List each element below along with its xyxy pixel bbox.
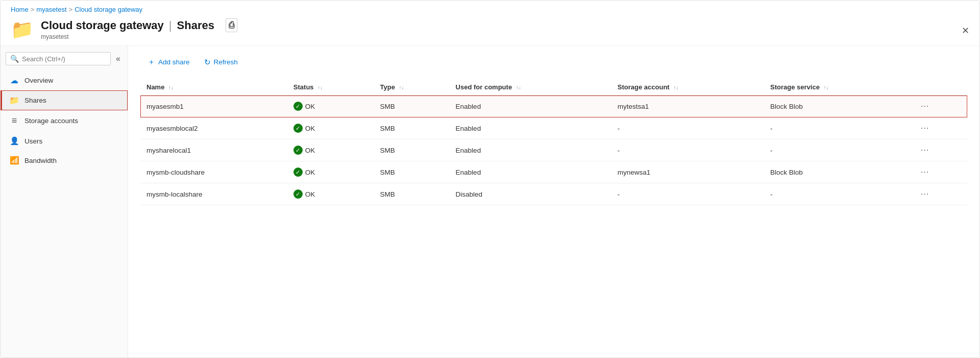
cell-type: SMB: [374, 96, 450, 117]
main-content: ＋ Add share ↻ Refresh Name ↑↓: [128, 46, 979, 357]
cell-storage-account: -: [611, 139, 764, 161]
cell-type: SMB: [374, 139, 450, 161]
header-divider: |: [169, 19, 172, 32]
cell-status: ✓ OK: [287, 161, 374, 183]
more-actions-button[interactable]: ···: [918, 188, 932, 200]
cell-used-for-compute: Enabled: [450, 139, 611, 161]
cell-storage-account: mynewsa1: [611, 161, 764, 183]
cell-storage-service: -: [764, 117, 912, 139]
col-storage-account[interactable]: Storage account ↑↓: [611, 79, 764, 96]
sidebar-item-shares[interactable]: 📁 Shares: [1, 90, 128, 110]
sort-arrows-name: ↑↓: [168, 85, 174, 90]
refresh-button[interactable]: ↻ Refresh: [197, 55, 245, 70]
sidebar-item-storage-accounts[interactable]: ≡ Storage accounts: [1, 110, 128, 131]
col-status[interactable]: Status ↑↓: [287, 79, 374, 96]
table-row[interactable]: myasesmb1 ✓ OK SMB Enabled mytestsa1 Blo…: [140, 96, 967, 117]
shares-icon: 📁: [9, 96, 19, 105]
sort-arrows-type: ↑↓: [399, 85, 404, 90]
cell-more-actions: ···: [912, 139, 967, 161]
header-section-text: Shares: [177, 19, 214, 32]
resource-icon: 📁: [11, 20, 34, 39]
body-layout: 🔍 « ☁ Overview 📁 Shares ≡ Storage accoun…: [1, 46, 979, 357]
sidebar-item-storage-accounts-label: Storage accounts: [24, 117, 78, 125]
cell-status: ✓ OK: [287, 139, 374, 161]
status-ok-icon: ✓: [293, 146, 303, 155]
users-icon: 👤: [9, 136, 19, 146]
sort-arrows-storage: ↑↓: [673, 85, 678, 90]
table-row[interactable]: myasesmblocal2 ✓ OK SMB Enabled - - ···: [140, 117, 967, 139]
status-text: OK: [305, 169, 315, 176]
table-header-row: Name ↑↓ Status ↑↓ Type ↑↓ Used for com: [140, 79, 967, 96]
sidebar-item-users[interactable]: 👤 Users: [1, 131, 128, 151]
bandwidth-icon: 📶: [9, 156, 19, 165]
col-storage-service[interactable]: Storage service ↑↓: [764, 79, 912, 96]
sidebar-item-overview-label: Overview: [24, 77, 53, 84]
status-ok-icon: ✓: [293, 102, 303, 111]
more-actions-button[interactable]: ···: [918, 145, 932, 156]
print-icon[interactable]: ⎙: [226, 18, 237, 32]
status-text: OK: [305, 125, 315, 132]
sort-arrows-service: ↑↓: [824, 85, 829, 90]
header-title: Cloud storage gateway | Shares ⎙: [41, 18, 237, 32]
sidebar-item-shares-label: Shares: [24, 97, 46, 104]
sidebar-item-bandwidth-label: Bandwidth: [24, 157, 57, 164]
breadcrumb-sep1: >: [31, 6, 35, 13]
cell-more-actions: ···: [912, 96, 967, 117]
more-actions-button[interactable]: ···: [918, 101, 932, 112]
table-row[interactable]: mysmb-cloudshare ✓ OK SMB Enabled mynews…: [140, 161, 967, 183]
cell-storage-service: -: [764, 139, 912, 161]
breadcrumb-current[interactable]: Cloud storage gateway: [75, 6, 142, 13]
header-title-group: Cloud storage gateway | Shares ⎙ myasete…: [41, 18, 237, 40]
breadcrumb-sep2: >: [69, 6, 73, 13]
cell-used-for-compute: Enabled: [450, 96, 611, 117]
add-icon: ＋: [148, 57, 155, 67]
status-ok-icon: ✓: [293, 168, 303, 177]
cell-storage-service: Block Blob: [764, 161, 912, 183]
more-actions-button[interactable]: ···: [918, 123, 932, 134]
more-actions-button[interactable]: ···: [918, 166, 932, 178]
sidebar: 🔍 « ☁ Overview 📁 Shares ≡ Storage accoun…: [1, 46, 128, 357]
cell-status: ✓ OK: [287, 96, 374, 117]
col-type[interactable]: Type ↑↓: [374, 79, 450, 96]
breadcrumb-resource[interactable]: myasetest: [36, 6, 66, 13]
cell-type: SMB: [374, 117, 450, 139]
cell-used-for-compute: Enabled: [450, 161, 611, 183]
cell-more-actions: ···: [912, 117, 967, 139]
collapse-button[interactable]: «: [114, 52, 122, 65]
cell-storage-service: -: [764, 183, 912, 205]
breadcrumb: Home > myasetest > Cloud storage gateway: [1, 1, 979, 15]
col-used-for-compute[interactable]: Used for compute ↑↓: [450, 79, 611, 96]
search-row: 🔍 «: [1, 46, 128, 70]
search-input[interactable]: [22, 55, 106, 63]
page-header: 📁 Cloud storage gateway | Shares ⎙ myase…: [1, 15, 979, 46]
shares-table: Name ↑↓ Status ↑↓ Type ↑↓ Used for com: [140, 79, 967, 205]
cell-used-for-compute: Disabled: [450, 183, 611, 205]
cell-name: mysharelocal1: [140, 139, 287, 161]
status-ok-icon: ✓: [293, 124, 303, 133]
cell-status: ✓ OK: [287, 183, 374, 205]
cell-name: myasesmblocal2: [140, 117, 287, 139]
sidebar-item-overview[interactable]: ☁ Overview: [1, 70, 128, 90]
main-container: Home > myasetest > Cloud storage gateway…: [0, 0, 980, 358]
cell-name: mysmb-cloudshare: [140, 161, 287, 183]
breadcrumb-home[interactable]: Home: [11, 6, 29, 13]
close-button[interactable]: ✕: [962, 25, 969, 36]
status-text: OK: [305, 190, 315, 198]
cell-storage-account: mytestsa1: [611, 96, 764, 117]
cell-name: mysmb-localshare: [140, 183, 287, 205]
cell-storage-service: Block Blob: [764, 96, 912, 117]
sort-arrows-status: ↑↓: [317, 85, 323, 90]
sidebar-item-bandwidth[interactable]: 📶 Bandwidth: [1, 151, 128, 170]
cell-type: SMB: [374, 183, 450, 205]
add-share-button[interactable]: ＋ Add share: [140, 54, 197, 70]
cell-more-actions: ···: [912, 161, 967, 183]
cell-more-actions: ···: [912, 183, 967, 205]
sort-arrows-compute: ↑↓: [516, 85, 521, 90]
cell-status: ✓ OK: [287, 117, 374, 139]
table-row[interactable]: mysmb-localshare ✓ OK SMB Disabled - - ·…: [140, 183, 967, 205]
col-name[interactable]: Name ↑↓: [140, 79, 287, 96]
status-text: OK: [305, 103, 315, 110]
cell-used-for-compute: Enabled: [450, 117, 611, 139]
cell-storage-account: -: [611, 117, 764, 139]
table-row[interactable]: mysharelocal1 ✓ OK SMB Enabled - - ···: [140, 139, 967, 161]
